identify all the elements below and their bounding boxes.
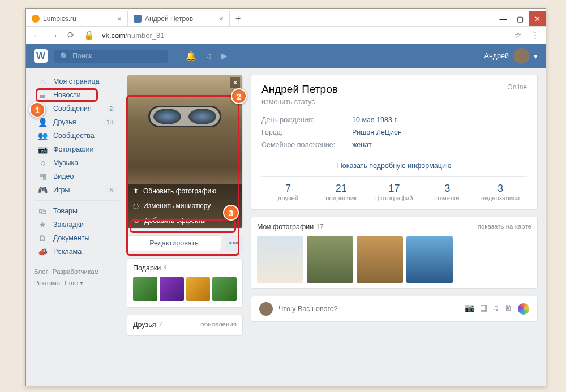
- post-input[interactable]: [278, 305, 459, 313]
- search-input[interactable]: 🔍 Поиск: [54, 50, 168, 63]
- sidebar-label: Новости: [53, 91, 80, 99]
- friends-block[interactable]: Друзья7обновления: [127, 315, 243, 336]
- info-value[interactable]: женат: [352, 141, 372, 149]
- sidebar-label: Музыка: [53, 159, 78, 167]
- tab-lumpics[interactable]: Lumpics.ru ×: [26, 11, 128, 26]
- sidebar-item[interactable]: 👤Друзья18: [34, 115, 119, 129]
- close-icon[interactable]: ✕: [230, 77, 240, 88]
- profile-block: Online Андрей Петров изменить статус Ден…: [251, 75, 538, 210]
- edit-button[interactable]: Редактировать: [127, 235, 221, 251]
- counter[interactable]: 7друзей: [261, 183, 315, 201]
- friends-updates[interactable]: обновления: [200, 321, 237, 328]
- security-icon: 🔒: [82, 30, 96, 40]
- music-icon[interactable]: ♫: [493, 303, 499, 315]
- show-on-map[interactable]: показать на карте: [478, 223, 531, 230]
- photo-thumb[interactable]: [257, 236, 303, 283]
- music-icon[interactable]: ♫: [205, 51, 212, 61]
- status-edit[interactable]: изменить статус: [261, 98, 527, 106]
- badge: 6: [106, 187, 115, 193]
- gifts-block[interactable]: Подарки4: [127, 258, 243, 308]
- footer-link[interactable]: Разработчикам: [53, 268, 99, 275]
- sidebar-item[interactable]: ⌂Моя страница: [34, 75, 119, 88]
- sidebar-icon: 📷: [37, 145, 48, 154]
- maximize-button[interactable]: ▢: [512, 11, 529, 26]
- more-button[interactable]: •••: [225, 235, 243, 251]
- gift-item[interactable]: [133, 277, 157, 301]
- profile-info-row: День рождения:10 мая 1983 г.: [261, 114, 527, 126]
- tab-close-icon[interactable]: ×: [219, 14, 224, 23]
- sidebar-icon: 👤: [37, 118, 48, 127]
- photos-title[interactable]: Мои фотографии: [257, 223, 314, 231]
- counter-label: друзей: [261, 195, 315, 201]
- info-value[interactable]: Ришон ЛеЦион: [352, 128, 402, 136]
- info-value[interactable]: 10 мая 1983 г.: [352, 116, 398, 124]
- counter[interactable]: 17фотографий: [368, 183, 421, 201]
- photo-thumb[interactable]: [307, 236, 353, 283]
- play-icon[interactable]: ▶: [221, 51, 228, 61]
- sidebar-item[interactable]: 📣Реклама: [34, 245, 119, 259]
- counter-number: 17: [368, 183, 421, 195]
- photo-thumb[interactable]: [406, 236, 453, 283]
- footer-link[interactable]: Реклама: [34, 279, 60, 286]
- sidebar-label: Товары: [53, 207, 78, 215]
- reload-button[interactable]: ⟳: [66, 30, 76, 40]
- menu-button[interactable]: ⋮: [529, 30, 541, 40]
- back-button[interactable]: ←: [31, 31, 42, 40]
- gift-item[interactable]: [186, 277, 211, 301]
- photos-block: Мои фотографии17показать на карте: [251, 217, 538, 289]
- gift-item[interactable]: [160, 277, 184, 301]
- counter-label: подписчик: [315, 195, 368, 201]
- sidebar-item[interactable]: 🎮Игры6: [34, 183, 119, 197]
- search-placeholder: Поиск: [72, 52, 92, 60]
- note-icon[interactable]: 🗎: [504, 303, 512, 315]
- new-post-box[interactable]: 📷 ▦ ♫ 🗎: [251, 296, 538, 322]
- tabs: Lumpics.ru × Андрей Петров × +: [26, 11, 495, 26]
- show-more-button[interactable]: Показать подробную информацию: [261, 157, 527, 174]
- profile-counters: 7друзей21подписчик17фотографий3отметки3в…: [261, 176, 527, 201]
- tab-vk[interactable]: Андрей Петров ×: [128, 11, 230, 26]
- url-field[interactable]: vk.com/number_81: [102, 31, 507, 40]
- counter-number: 3: [421, 183, 474, 195]
- more-attach-icon[interactable]: [518, 303, 529, 315]
- footer-link[interactable]: Ещё ▾: [65, 279, 83, 286]
- camera-icon[interactable]: 📷: [465, 303, 474, 315]
- update-photo-button[interactable]: ⬆Обновить фотографию: [127, 184, 242, 199]
- center-column: ✕ ⬆Обновить фотографию ◌Изменить миниатю…: [127, 75, 243, 336]
- sidebar-label: Моя страница: [53, 77, 100, 85]
- video-icon[interactable]: ▦: [480, 303, 487, 315]
- user-menu[interactable]: Андрей ▾: [484, 48, 538, 64]
- info-label: День рождения:: [261, 116, 352, 124]
- profile-avatar-box[interactable]: ✕ ⬆Обновить фотографию ◌Изменить миниатю…: [127, 75, 243, 229]
- photo-thumb[interactable]: [357, 236, 403, 283]
- counter-number: 3: [474, 183, 527, 195]
- sidebar-item[interactable]: 👥Сообщества: [34, 129, 119, 143]
- sidebar-item[interactable]: ≣Новости: [34, 88, 119, 102]
- counter[interactable]: 3видеозаписи: [474, 183, 527, 201]
- sidebar-label: Видео: [53, 173, 74, 180]
- sidebar-item[interactable]: 🗎Документы: [34, 231, 119, 245]
- notifications-icon[interactable]: 🔔: [186, 51, 196, 61]
- sidebar-item[interactable]: ✉Сообщения2: [34, 102, 119, 115]
- sidebar-item[interactable]: 📷Фотографии: [34, 143, 119, 156]
- main-column: Online Андрей Петров изменить статус Ден…: [251, 75, 538, 336]
- star-button[interactable]: ☆: [513, 30, 524, 40]
- tab-close-icon[interactable]: ×: [117, 14, 122, 23]
- counter[interactable]: 21подписчик: [315, 183, 368, 201]
- new-tab-button[interactable]: +: [230, 11, 246, 26]
- forward-button[interactable]: →: [48, 31, 60, 40]
- minimize-button[interactable]: —: [495, 11, 512, 26]
- footer-link[interactable]: Блог: [34, 268, 48, 275]
- sidebar-item[interactable]: ★Закладки: [34, 218, 119, 231]
- online-status: Online: [507, 83, 527, 91]
- post-avatar: [259, 302, 273, 316]
- close-button[interactable]: ✕: [529, 11, 546, 26]
- sidebar-icon: ★: [37, 220, 48, 229]
- gift-item[interactable]: [212, 277, 237, 301]
- sidebar-item[interactable]: 🛍Товары: [34, 204, 119, 218]
- vk-logo[interactable]: W: [34, 49, 48, 63]
- favicon: [32, 15, 40, 23]
- counter[interactable]: 3отметки: [421, 183, 474, 201]
- header-avatar: [513, 48, 529, 64]
- sidebar-item[interactable]: ▦Видео: [34, 170, 119, 183]
- sidebar-item[interactable]: ♫Музыка: [34, 156, 119, 170]
